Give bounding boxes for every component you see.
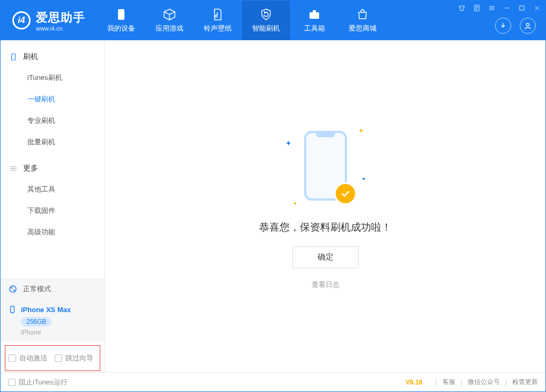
app-body: 刷机 iTunes刷机 一键刷机 专业刷机 批量刷机 更多 其他工具 下载固件 … [1, 40, 545, 372]
nav-label: 智能刷机 [252, 24, 280, 33]
app-logo: i4 爱思助手 www.i4.cn [1, 1, 97, 40]
device-type-label: iPhone [21, 329, 97, 336]
device-icon [9, 53, 18, 61]
logo-title: 爱思助手 [36, 10, 85, 26]
sidebar-item-itunes-flash[interactable]: iTunes刷机 [1, 67, 105, 88]
nav-label: 铃声壁纸 [204, 24, 232, 33]
close-button[interactable] [533, 4, 541, 12]
sidebar-bottom: 正常模式 iPhone XS Max 256GB iPhone 自动激活 跳过向… [1, 278, 105, 372]
support-link[interactable]: 客服 [442, 378, 455, 387]
checkbox-icon [8, 379, 16, 386]
logo-icon: i4 [12, 11, 31, 29]
shirt-icon[interactable] [458, 4, 466, 12]
checkbox-icon [55, 354, 62, 362]
svg-point-3 [526, 23, 529, 26]
device-mode-status[interactable]: 正常模式 [1, 278, 105, 299]
svg-rect-1 [309, 12, 319, 19]
checkbox-auto-activate[interactable]: 自动激活 [9, 353, 47, 363]
sparkle-icon: ✦ [293, 201, 297, 206]
success-message: 恭喜您，保资料刷机成功啦！ [259, 220, 392, 234]
sparkle-icon: ✦ [361, 176, 366, 182]
bag-icon [356, 8, 370, 21]
cube-icon [163, 8, 176, 21]
device-storage-badge: 256GB [21, 317, 51, 327]
sidebar-item-advanced[interactable]: 高级功能 [1, 221, 105, 243]
sync-icon [8, 284, 18, 294]
nav-label: 工具箱 [304, 24, 325, 33]
svg-point-7 [10, 286, 16, 292]
shield-refresh-icon [259, 8, 273, 21]
window-controls [458, 4, 541, 12]
minimize-button[interactable] [503, 4, 511, 12]
more-icon [9, 164, 18, 173]
checkbox-label: 自动激活 [19, 353, 47, 363]
main-content: ✦ ✦ ✦ ✦ 恭喜您，保资料刷机成功啦！ 确定 查看日志 [105, 40, 545, 372]
logo-subtitle: www.i4.cn [36, 26, 85, 32]
view-log-link[interactable]: 查看日志 [312, 280, 340, 290]
svg-point-9 [13, 290, 15, 291]
sidebar-section-more: 更多 [1, 158, 105, 179]
sidebar-item-batch-flash[interactable]: 批量刷机 [1, 131, 105, 153]
main-navigation: 我的设备 应用游戏 铃声壁纸 智能刷机 工具箱 爱思商城 [97, 1, 387, 40]
nav-label: 应用游戏 [156, 24, 183, 33]
sidebar-item-pro-flash[interactable]: 专业刷机 [1, 110, 105, 131]
success-illustration: ✦ ✦ ✦ ✦ [285, 123, 366, 209]
checkbox-label: 阻止iTunes运行 [19, 378, 68, 387]
sidebar: 刷机 iTunes刷机 一键刷机 专业刷机 批量刷机 更多 其他工具 下载固件 … [1, 40, 105, 372]
nav-apps-games[interactable]: 应用游戏 [145, 1, 194, 40]
app-header: i4 爱思助手 www.i4.cn 我的设备 应用游戏 铃声壁纸 智能刷机 工具… [1, 1, 545, 40]
nav-smart-flash[interactable]: 智能刷机 [242, 1, 290, 40]
svg-point-8 [11, 287, 12, 289]
menu-icon[interactable] [488, 4, 496, 12]
sidebar-item-other-tools[interactable]: 其他工具 [1, 179, 105, 200]
checkbox-icon [9, 354, 16, 362]
download-button[interactable] [495, 18, 511, 34]
device-mode-label: 正常模式 [23, 284, 51, 294]
device-name-label: iPhone XS Max [21, 306, 71, 314]
check-badge-icon [336, 184, 355, 203]
checkbox-label: 跳过向导 [65, 353, 93, 363]
sidebar-item-onekey-flash[interactable]: 一键刷机 [1, 88, 105, 110]
sparkle-icon: ✦ [285, 139, 292, 147]
device-card[interactable]: iPhone XS Max 256GB iPhone [1, 299, 105, 342]
nav-my-device[interactable]: 我的设备 [97, 1, 145, 40]
nav-label: 我的设备 [107, 24, 135, 33]
wechat-link[interactable]: 微信公众号 [468, 378, 500, 387]
sidebar-section-flash: 刷机 [1, 47, 105, 67]
phone-outline-icon [8, 305, 17, 314]
ok-button[interactable]: 确定 [292, 246, 359, 268]
status-bar: 阻止iTunes运行 V8.16 | 客服 | 微信公众号 | 检查更新 [1, 372, 545, 391]
nav-label: 爱思商城 [349, 24, 377, 33]
check-update-link[interactable]: 检查更新 [512, 378, 538, 387]
checkbox-block-itunes[interactable]: 阻止iTunes运行 [8, 378, 68, 387]
svg-rect-6 [12, 54, 16, 60]
sidebar-item-firmware[interactable]: 下载固件 [1, 200, 105, 221]
nav-toolbox[interactable]: 工具箱 [290, 1, 338, 40]
version-label: V8.16 [405, 379, 422, 386]
music-file-icon [211, 8, 225, 21]
flash-options-highlight: 自动激活 跳过向导 [5, 345, 100, 371]
user-account-button[interactable] [520, 18, 536, 34]
svg-rect-0 [118, 9, 124, 20]
note-icon[interactable] [473, 4, 481, 12]
sparkle-icon: ✦ [358, 127, 364, 135]
sidebar-section-label: 更多 [23, 164, 38, 173]
nav-store[interactable]: 爱思商城 [338, 1, 387, 40]
checkbox-skip-wizard[interactable]: 跳过向导 [55, 353, 93, 363]
svg-rect-2 [313, 10, 316, 12]
svg-rect-10 [11, 306, 14, 313]
maximize-button[interactable] [518, 4, 526, 12]
toolbox-icon [307, 8, 321, 21]
sidebar-section-label: 刷机 [23, 52, 38, 62]
nav-ringtones[interactable]: 铃声壁纸 [194, 1, 242, 40]
svg-rect-5 [520, 6, 524, 10]
phone-icon [114, 8, 128, 21]
